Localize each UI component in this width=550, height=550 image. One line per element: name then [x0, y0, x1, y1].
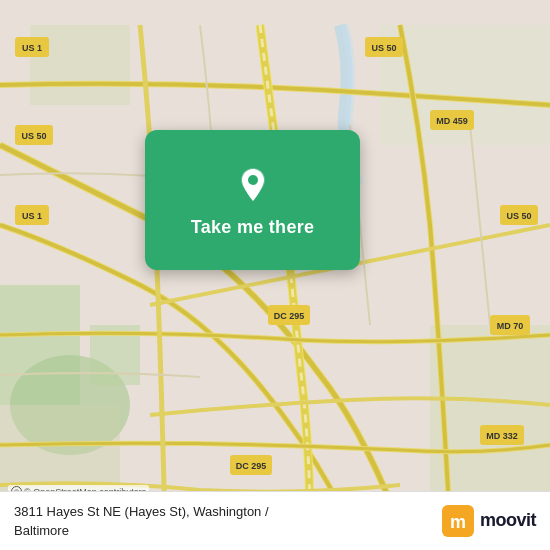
- address-block: 3811 Hayes St NE (Hayes St), Washington …: [14, 502, 442, 540]
- svg-text:US 50: US 50: [371, 43, 396, 53]
- cta-card[interactable]: Take me there: [145, 130, 360, 270]
- svg-text:US 50: US 50: [506, 211, 531, 221]
- svg-text:US 1: US 1: [22, 43, 42, 53]
- svg-text:DC 295: DC 295: [274, 311, 305, 321]
- moovit-brand-text: moovit: [480, 510, 536, 531]
- bottom-bar: 3811 Hayes St NE (Hayes St), Washington …: [0, 491, 550, 550]
- svg-text:MD 332: MD 332: [486, 431, 518, 441]
- svg-text:MD 70: MD 70: [497, 321, 524, 331]
- location-pin-icon: [231, 163, 275, 207]
- svg-point-28: [248, 175, 258, 185]
- svg-text:DC 295: DC 295: [236, 461, 267, 471]
- svg-text:US 50: US 50: [21, 131, 46, 141]
- map-roads: US 1 US 1 US 50 US 50 MD 459 US 50 DC 29…: [0, 0, 550, 550]
- address-text: 3811 Hayes St NE (Hayes St), Washington …: [14, 504, 269, 538]
- cta-button-label: Take me there: [191, 217, 315, 238]
- moovit-icon: m: [442, 505, 474, 537]
- map-container: US 1 US 1 US 50 US 50 MD 459 US 50 DC 29…: [0, 0, 550, 550]
- svg-text:m: m: [450, 512, 466, 532]
- moovit-logo: m moovit: [442, 505, 536, 537]
- svg-text:MD 459: MD 459: [436, 116, 468, 126]
- svg-text:US 1: US 1: [22, 211, 42, 221]
